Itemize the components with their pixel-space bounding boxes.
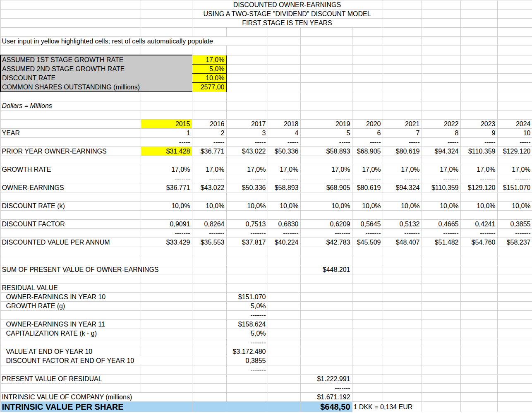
empty-cell bbox=[300, 46, 352, 55]
row-input-growth2: ASSUMED 2ND STAGE GROWTH RATE 5,0% bbox=[0, 65, 532, 74]
empty-cell bbox=[497, 274, 532, 283]
year-header-2015[interactable]: 2015 bbox=[141, 120, 192, 129]
dash-cell: ----- bbox=[460, 138, 497, 147]
dash-cell: ----- bbox=[268, 138, 300, 147]
empty-cell bbox=[352, 384, 383, 393]
prior-oe-input-cell[interactable]: $31.428 bbox=[141, 147, 192, 156]
empty-cell bbox=[141, 274, 192, 283]
empty-cell bbox=[192, 247, 226, 256]
row-label-prior-owner-earnings: PRIOR YEAR OWNER-EARNINGS bbox=[0, 147, 141, 156]
empty-cell bbox=[460, 274, 497, 283]
row-blank bbox=[0, 92, 532, 101]
empty-cell bbox=[422, 356, 460, 365]
empty-cell bbox=[192, 347, 226, 356]
empty-cell bbox=[192, 101, 226, 110]
empty-cell bbox=[352, 274, 383, 283]
empty-cell bbox=[383, 347, 422, 356]
row-label-df-end-year10: DISCOUNT FACTOR AT END OF YEAR 10 bbox=[0, 356, 192, 365]
value-cell: $51.482 bbox=[422, 238, 460, 247]
value-cell: 10,0% bbox=[300, 202, 352, 211]
empty-cell bbox=[268, 338, 300, 347]
empty-cell bbox=[192, 402, 226, 412]
input-value-discount-rate[interactable]: 10,0% bbox=[192, 74, 226, 83]
empty-cell bbox=[352, 265, 383, 274]
value-cell: 17,0% bbox=[268, 165, 300, 174]
empty-cell bbox=[352, 110, 383, 120]
sheet-title-line1: DISCOUNTED OWNER-EARNINGS bbox=[192, 0, 383, 10]
row-label-cap-rate: CAPITALIZATION RATE (k - g) bbox=[0, 329, 141, 338]
year-header-2021: 2021 bbox=[383, 120, 422, 129]
value-cell: 17,0% bbox=[383, 165, 422, 174]
value-cell: 10,0% bbox=[226, 202, 268, 211]
oe-year10-value: $151.070 bbox=[226, 293, 268, 302]
empty-cell bbox=[226, 101, 268, 110]
empty-cell bbox=[422, 384, 460, 393]
empty-cell bbox=[300, 311, 352, 320]
empty-cell bbox=[300, 192, 352, 202]
empty-cell bbox=[383, 365, 422, 375]
empty-cell bbox=[268, 28, 300, 37]
dash-cell: ------- bbox=[226, 174, 268, 183]
empty-cell bbox=[460, 338, 497, 347]
row-label-intrinsic-per-share: INTRINSIC VALUE PER SHARE bbox=[0, 402, 192, 412]
empty-cell bbox=[460, 311, 497, 320]
value-cell: $68.905 bbox=[300, 183, 352, 192]
empty-cell bbox=[268, 311, 300, 320]
empty-cell bbox=[0, 247, 141, 256]
empty-cell bbox=[141, 329, 192, 338]
empty-cell bbox=[268, 37, 300, 46]
row-blank bbox=[0, 274, 532, 283]
empty-cell bbox=[352, 320, 383, 329]
empty-cell bbox=[300, 110, 352, 120]
empty-cell bbox=[0, 110, 141, 120]
empty-cell bbox=[226, 156, 268, 165]
empty-cell bbox=[268, 384, 300, 393]
value-cell: $151.070 bbox=[497, 183, 532, 192]
row-label-intrinsic-company: INTRINSIC VALUE OF COMPANY (millions) bbox=[0, 393, 192, 402]
empty-cell bbox=[268, 320, 300, 329]
empty-cell bbox=[460, 28, 497, 37]
empty-cell bbox=[352, 356, 383, 365]
empty-cell bbox=[422, 338, 460, 347]
empty-cell bbox=[460, 256, 497, 265]
empty-cell bbox=[226, 256, 268, 265]
value-cell: $40.224 bbox=[268, 238, 300, 247]
empty-cell bbox=[192, 265, 226, 274]
row-label-growth-g: GROWTH RATE (g) bbox=[0, 302, 141, 311]
empty-cell bbox=[192, 92, 226, 101]
value-cell: 17,0% bbox=[141, 165, 192, 174]
empty-cell bbox=[300, 156, 352, 165]
input-value-2nd-stage-growth[interactable]: 5,0% bbox=[192, 65, 226, 74]
empty-cell bbox=[422, 19, 460, 28]
empty-cell bbox=[383, 10, 422, 19]
empty-cell bbox=[383, 28, 422, 37]
row-blank bbox=[0, 46, 532, 55]
input-value-1st-stage-growth[interactable]: 17,0% bbox=[192, 55, 226, 65]
dash-cell: ----- bbox=[352, 138, 383, 147]
empty-cell bbox=[300, 65, 352, 74]
empty-cell bbox=[352, 347, 383, 356]
spreadsheet: DISCOUNTED OWNER-EARNINGS USING A TWO-ST… bbox=[0, 0, 532, 412]
empty-cell bbox=[141, 338, 192, 347]
year-number-cell: 2 bbox=[192, 129, 226, 138]
empty-cell bbox=[460, 37, 497, 46]
empty-cell bbox=[460, 156, 497, 165]
dash-cell: ------- bbox=[352, 229, 383, 238]
empty-cell bbox=[422, 46, 460, 55]
empty-cell bbox=[460, 110, 497, 120]
empty-cell bbox=[460, 101, 497, 110]
year-header-2020: 2020 bbox=[352, 120, 383, 129]
dash-cell: ------- bbox=[300, 384, 352, 393]
empty-cell bbox=[352, 65, 383, 74]
empty-cell bbox=[268, 274, 300, 283]
empty-cell bbox=[460, 329, 497, 338]
empty-cell bbox=[0, 229, 141, 238]
value-cell: 10,0% bbox=[141, 202, 192, 211]
year-number-cell: 10 bbox=[497, 129, 532, 138]
empty-cell bbox=[352, 375, 383, 384]
residual-section-header: RESIDUAL VALUE bbox=[0, 283, 141, 293]
empty-cell bbox=[460, 55, 497, 65]
empty-cell bbox=[352, 74, 383, 83]
empty-cell bbox=[460, 402, 497, 412]
input-value-shares-outstanding[interactable]: 2577,00 bbox=[192, 83, 226, 92]
